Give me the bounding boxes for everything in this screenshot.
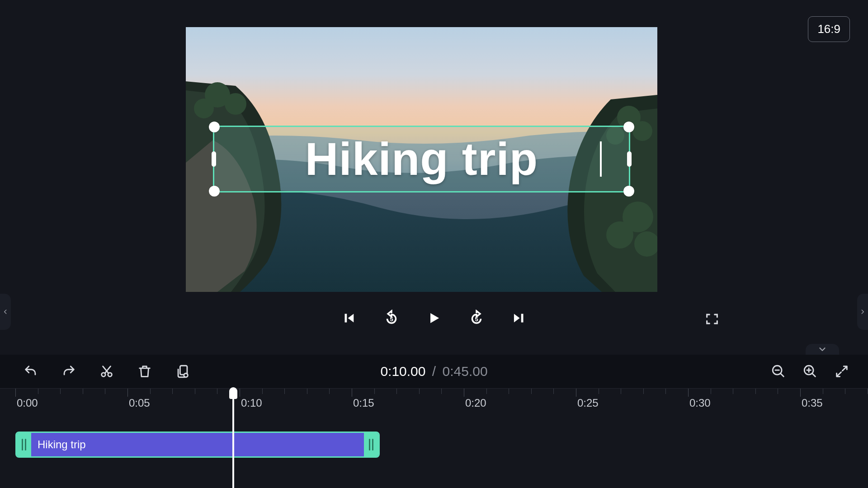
timecode-display: 0:10.00 / 0:45.00 bbox=[380, 364, 487, 379]
trash-icon bbox=[137, 364, 152, 379]
ruler-tick-minor bbox=[643, 389, 644, 394]
svg-point-8 bbox=[606, 221, 633, 249]
ruler-tick-major bbox=[576, 389, 576, 397]
ruler-tick-minor bbox=[441, 389, 442, 394]
ruler-tick-minor bbox=[823, 389, 823, 394]
playhead-handle[interactable] bbox=[229, 387, 237, 399]
zoom-in-button[interactable] bbox=[801, 362, 819, 380]
video-preview[interactable]: Hiking trip bbox=[186, 27, 657, 292]
delete-button[interactable] bbox=[136, 362, 154, 380]
scissors-icon bbox=[99, 364, 114, 379]
ruler-tick-minor bbox=[733, 389, 733, 394]
ruler-tick-minor bbox=[845, 389, 845, 394]
undo-icon bbox=[23, 364, 38, 379]
ruler-tick-major bbox=[240, 389, 240, 397]
clip-handle-right[interactable] bbox=[364, 433, 378, 456]
ruler-tick-minor bbox=[531, 389, 532, 394]
split-button[interactable] bbox=[98, 362, 116, 380]
ruler-label: 0:15 bbox=[353, 397, 374, 409]
ruler-tick-minor bbox=[83, 389, 83, 394]
resize-handle-br[interactable] bbox=[623, 186, 634, 197]
ruler-tick-minor bbox=[665, 389, 666, 394]
ruler-tick-minor bbox=[374, 389, 375, 394]
skip-next-button[interactable] bbox=[509, 308, 529, 328]
current-time: 0:10.00 bbox=[380, 364, 425, 379]
clip-label: Hiking trip bbox=[31, 438, 364, 451]
ruler-label: 0:00 bbox=[17, 397, 38, 409]
title-text-box[interactable]: Hiking trip bbox=[213, 126, 630, 192]
total-time: 0:45.00 bbox=[443, 364, 488, 379]
zoom-fit-button[interactable] bbox=[833, 362, 851, 380]
ruler-label: 0:30 bbox=[689, 397, 711, 409]
skip-next-icon bbox=[510, 310, 528, 327]
resize-handle-bl[interactable] bbox=[209, 186, 220, 197]
aspect-ratio-button[interactable]: 16:9 bbox=[808, 16, 850, 42]
ruler-tick-minor bbox=[486, 389, 487, 394]
redo-icon bbox=[61, 364, 76, 379]
redo-button[interactable] bbox=[60, 362, 78, 380]
ruler-tick-minor bbox=[329, 389, 330, 394]
clip-handle-left[interactable] bbox=[17, 433, 31, 456]
play-icon bbox=[425, 310, 443, 327]
forward-seconds-label: 5 bbox=[475, 316, 478, 323]
ruler-tick-minor bbox=[284, 389, 285, 394]
ruler-tick-minor bbox=[307, 389, 307, 394]
ruler-tick-major bbox=[127, 389, 128, 397]
text-clip[interactable]: Hiking trip bbox=[15, 432, 380, 458]
chevron-left-icon bbox=[2, 306, 9, 317]
fit-icon bbox=[834, 364, 849, 379]
ruler-tick-minor bbox=[38, 389, 38, 394]
title-text: Hiking trip bbox=[305, 133, 538, 186]
ruler-label: 0:35 bbox=[802, 397, 823, 409]
chevron-down-icon bbox=[817, 344, 827, 354]
timeline-toolbar: 0:10.00 / 0:45.00 bbox=[0, 355, 868, 388]
timeline-tracks[interactable]: Hiking trip bbox=[0, 415, 868, 488]
playback-controls: 5 5 bbox=[339, 308, 529, 328]
replay-5-button[interactable]: 5 bbox=[382, 308, 401, 328]
svg-point-2 bbox=[225, 93, 246, 115]
duplicate-button[interactable] bbox=[174, 362, 192, 380]
ruler-tick-minor bbox=[172, 389, 173, 394]
resize-handle-tr[interactable] bbox=[623, 122, 634, 132]
ruler-label: 0:20 bbox=[465, 397, 486, 409]
left-panel-toggle[interactable] bbox=[0, 294, 11, 330]
ruler-tick-minor bbox=[217, 389, 217, 394]
duplicate-icon bbox=[175, 364, 190, 379]
playhead[interactable] bbox=[232, 388, 234, 488]
ruler-tick-major bbox=[464, 389, 464, 397]
right-panel-toggle[interactable] bbox=[857, 294, 868, 330]
resize-handle-tl[interactable] bbox=[209, 122, 220, 132]
svg-point-5 bbox=[632, 121, 652, 141]
timeline-ruler[interactable]: 0:000:050:100:150:200:250:300:35 bbox=[0, 388, 868, 415]
ruler-tick-minor bbox=[755, 389, 756, 394]
preview-area: 16:9 bbox=[0, 0, 868, 355]
chevron-right-icon bbox=[859, 306, 866, 317]
time-separator: / bbox=[432, 364, 436, 379]
ruler-tick-minor bbox=[509, 389, 509, 394]
ruler-tick-minor bbox=[553, 389, 554, 394]
collapse-timeline-button[interactable] bbox=[806, 344, 839, 355]
ruler-tick-major bbox=[15, 389, 16, 397]
ruler-tick-minor bbox=[105, 389, 105, 394]
undo-button[interactable] bbox=[22, 362, 40, 380]
ruler-tick-minor bbox=[419, 389, 420, 394]
ruler-tick-minor bbox=[621, 389, 621, 394]
ruler-tick-minor bbox=[60, 389, 61, 394]
play-button[interactable] bbox=[424, 308, 444, 328]
ruler-tick-minor bbox=[262, 389, 263, 394]
ruler-tick-minor bbox=[711, 389, 711, 394]
resize-handle-l[interactable] bbox=[212, 151, 216, 167]
forward-5-button[interactable]: 5 bbox=[467, 308, 486, 328]
resize-handle-r[interactable] bbox=[627, 151, 632, 167]
ruler-tick-minor bbox=[778, 389, 778, 394]
ruler-tick-major bbox=[352, 389, 352, 397]
ruler-tick-minor bbox=[195, 389, 195, 394]
fullscreen-button[interactable] bbox=[703, 310, 721, 328]
ruler-label: 0:25 bbox=[577, 397, 599, 409]
zoom-out-icon bbox=[771, 364, 786, 379]
ruler-tick-minor bbox=[150, 389, 151, 394]
skip-previous-button[interactable] bbox=[339, 308, 359, 328]
replay-seconds-label: 5 bbox=[390, 316, 393, 323]
zoom-out-button[interactable] bbox=[769, 362, 788, 380]
ruler-tick-major bbox=[800, 389, 801, 397]
